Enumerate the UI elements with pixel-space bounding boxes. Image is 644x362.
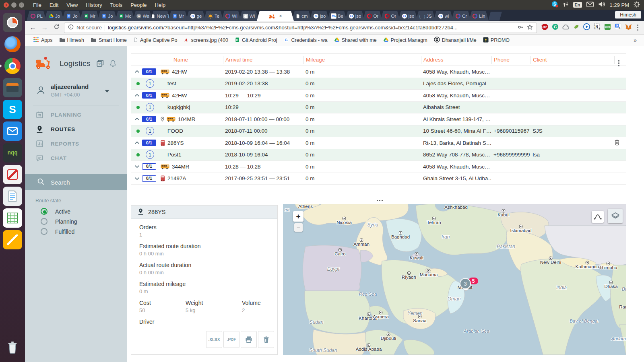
delete-route-icon[interactable] bbox=[614, 139, 620, 147]
sidebar-item-planning[interactable]: PLANNING bbox=[25, 107, 127, 122]
table-menu-icon[interactable] bbox=[614, 56, 626, 64]
col-address[interactable]: Address bbox=[421, 56, 491, 64]
dock-item-archive[interactable] bbox=[3, 78, 22, 97]
maximize-window-icon[interactable]: □ bbox=[19, 2, 24, 8]
new-tab-button[interactable] bbox=[488, 12, 502, 21]
extension-play[interactable] bbox=[583, 23, 590, 32]
tab-11[interactable]: Wi bbox=[221, 11, 241, 21]
route-row-42HW[interactable]: 0/142HW10:29 — 10:290 m4058 Way, Khaudh,… bbox=[131, 90, 626, 102]
bookmark-8[interactable]: Project Managm bbox=[380, 37, 431, 44]
extension-translate[interactable]: Ga bbox=[615, 23, 621, 32]
tab-close-icon[interactable]: × bbox=[279, 13, 282, 19]
extension-grammarly[interactable]: G bbox=[552, 23, 559, 32]
tab-7[interactable]: New T bbox=[151, 11, 170, 21]
menu-edit[interactable]: Edit bbox=[45, 2, 62, 8]
dock-item-gedit[interactable] bbox=[3, 187, 22, 206]
dock-item-skype[interactable]: S bbox=[3, 100, 22, 119]
radio-icon[interactable] bbox=[41, 218, 47, 225]
tab-16[interactable]: CbBe bbox=[327, 11, 347, 21]
password-key-icon[interactable] bbox=[518, 24, 524, 31]
forward-button[interactable]: → bbox=[41, 24, 49, 32]
map-zoom-in-button[interactable]: + bbox=[293, 211, 303, 222]
help-icon[interactable]: ? bbox=[96, 59, 105, 70]
tab-20[interactable]: Gjso bbox=[398, 11, 418, 21]
sidebar-item-chat[interactable]: CHAT bbox=[25, 151, 127, 165]
map-zoom-out-button[interactable]: − bbox=[294, 223, 303, 232]
map-layers-button[interactable] bbox=[608, 209, 623, 223]
order-row-kugkjghkj[interactable]: 1kugkjghkj10:290 mAlbahais Street bbox=[131, 102, 626, 114]
volume-icon[interactable] bbox=[598, 1, 605, 8]
menu-help[interactable]: Help bbox=[151, 2, 170, 8]
tab-23[interactable]: Cr bbox=[451, 11, 471, 21]
tab-6[interactable]: WWa bbox=[133, 11, 153, 21]
col-name[interactable]: Name bbox=[159, 56, 223, 64]
chevron-down-icon[interactable] bbox=[105, 90, 109, 93]
bookmark-4[interactable]: Ascreens.jpg (400 bbox=[180, 37, 231, 44]
tab-active-logistics[interactable]: × bbox=[257, 11, 294, 21]
export-xlsx-button[interactable]: .XLSX bbox=[206, 331, 222, 348]
bookmark-6[interactable]: GCredentials - wa bbox=[280, 37, 330, 44]
menu-view[interactable]: View bbox=[62, 2, 82, 8]
browser-profile-chip[interactable]: Himesh bbox=[615, 11, 641, 19]
bookmark-1[interactable]: Himesh bbox=[56, 37, 87, 43]
bookmark-0[interactable]: Apps bbox=[30, 37, 56, 44]
chevron-down-icon[interactable] bbox=[134, 177, 140, 180]
route-state-option-fulfilled[interactable]: Fulfilled bbox=[25, 226, 127, 237]
export-pdf-button[interactable]: .PDF bbox=[223, 331, 239, 348]
route-state-option-planning[interactable]: Planning bbox=[25, 216, 127, 226]
chevron-up-icon[interactable] bbox=[134, 117, 140, 121]
extension-screenshot[interactable]: N bbox=[594, 23, 601, 32]
bookmark-10[interactable]: PROMO bbox=[480, 37, 513, 44]
print-button[interactable] bbox=[241, 331, 257, 348]
dock-item-chrome[interactable] bbox=[3, 56, 22, 76]
chevron-up-icon[interactable] bbox=[134, 70, 140, 73]
route-row-42HW[interactable]: 0/142HW2019-02-20 13:38 — 13:380 m4058 W… bbox=[131, 66, 626, 78]
route-row-286YS[interactable]: 0/1286YS2018-10-09 16:04 — 16:040 mRt-13… bbox=[131, 137, 626, 149]
route-row-344MR[interactable]: 0/1344MR10:28 — 10:280 m4058 Way, Khaudh… bbox=[131, 161, 626, 173]
tab-1[interactable]: Jo bbox=[44, 11, 64, 21]
col-phone[interactable]: Phone bbox=[491, 56, 530, 64]
chevron-up-icon[interactable] bbox=[134, 141, 140, 144]
route-state-option-active[interactable]: Active bbox=[25, 206, 127, 216]
sidebar-item-routes[interactable]: ROUTES bbox=[25, 122, 127, 136]
panel-resize-handle[interactable] bbox=[377, 200, 383, 201]
reload-button[interactable] bbox=[52, 24, 60, 32]
bookmark-9[interactable]: DhananjaiH/Me bbox=[431, 37, 480, 44]
info-icon[interactable] bbox=[68, 24, 74, 31]
menu-history[interactable]: History bbox=[82, 2, 106, 8]
extension-cors[interactable]: CORS bbox=[604, 23, 611, 32]
minimize-window-icon[interactable]: – bbox=[11, 2, 17, 8]
dock-item-draw[interactable] bbox=[3, 165, 22, 184]
map-route-tool-button[interactable] bbox=[592, 211, 604, 223]
col-arrival[interactable]: Arrival time bbox=[223, 56, 303, 64]
bookmarks-overflow-chevron[interactable]: » bbox=[631, 37, 639, 43]
route-cluster-marker[interactable]: 3 bbox=[460, 278, 471, 289]
clock[interactable]: 1:29 PM bbox=[610, 2, 629, 8]
tab-15[interactable]: Gjso bbox=[310, 11, 329, 21]
tab-5[interactable]: Mc bbox=[115, 11, 135, 21]
tab-17[interactable]: Gjso bbox=[345, 11, 365, 21]
browser-menu-icon[interactable] bbox=[636, 25, 640, 31]
dock-item-notepadqq[interactable]: nqq bbox=[3, 143, 22, 162]
dock-item-firefox[interactable] bbox=[3, 35, 22, 54]
back-button[interactable]: ← bbox=[29, 24, 37, 32]
tab-22[interactable]: Gwi bbox=[433, 11, 453, 21]
col-client[interactable]: Client bbox=[530, 56, 572, 64]
order-row-FOOD[interactable]: 1FOOD2018-07-11 00:000 m10 Street 46-60,… bbox=[131, 125, 626, 138]
address-bar[interactable]: Not secure logistics.gearsivms.com/?base… bbox=[64, 23, 537, 33]
map-panel[interactable]: eaAthensAshkhabadNicosiaSyriaTehranKabul… bbox=[283, 204, 626, 355]
tab-18[interactable]: Or bbox=[363, 11, 382, 21]
menu-people[interactable]: People bbox=[126, 2, 151, 8]
session-gear-icon[interactable] bbox=[634, 1, 640, 9]
bookmark-5[interactable]: Git Android Proj bbox=[231, 37, 281, 44]
bookmark-star-icon[interactable] bbox=[527, 24, 533, 31]
bookmark-7[interactable]: Shared with me bbox=[331, 37, 380, 44]
menu-tools[interactable]: Tools bbox=[106, 2, 126, 8]
extension-leaf[interactable] bbox=[573, 24, 580, 32]
dock-item-calc[interactable] bbox=[3, 208, 22, 228]
keyboard-layout-indicator[interactable]: En bbox=[573, 2, 582, 8]
tab-12[interactable]: Wi bbox=[239, 11, 259, 21]
order-row-Post1[interactable]: 1Post12018-10-09 16:040 m8652 Way 708-77… bbox=[131, 149, 626, 161]
tab-14[interactable]: cm bbox=[292, 11, 312, 21]
menu-file[interactable]: File bbox=[29, 2, 45, 8]
